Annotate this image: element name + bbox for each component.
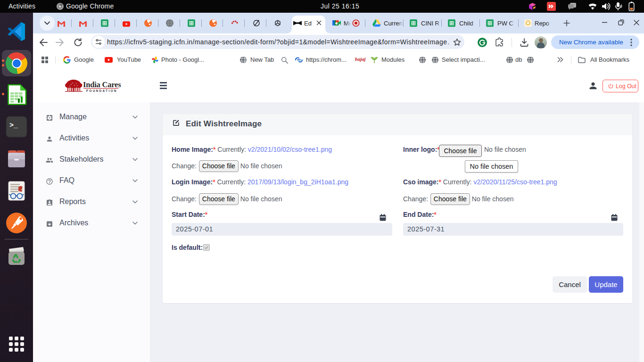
svg-text:>_: >_ [9, 122, 18, 130]
